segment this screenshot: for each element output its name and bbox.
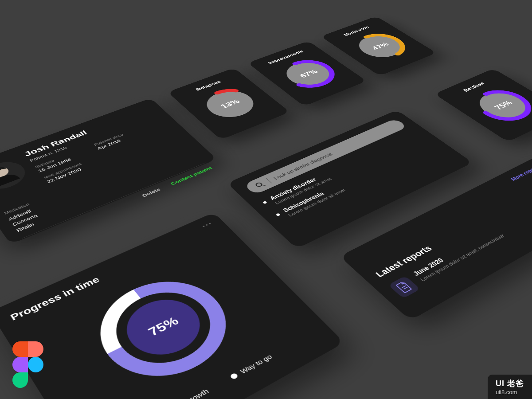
patient-card: Josh Randall Patient n. 1210 Birthdate 1… [0, 98, 217, 244]
separator [266, 178, 272, 183]
relapses-card: Relapses 13% [168, 68, 290, 140]
svg-point-10 [90, 273, 239, 387]
search-result[interactable]: Schizophrenia Lorem ipsum dolor sit amet [274, 141, 438, 221]
svg-point-12 [255, 182, 262, 187]
figma-logo-icon [12, 341, 43, 387]
svg-line-15 [404, 287, 407, 289]
restless-title: Restless [462, 81, 486, 93]
avatar [0, 157, 32, 194]
restless-card: Restless 75% [434, 68, 532, 142]
legend-dot [229, 372, 239, 379]
bullet-icon [276, 213, 281, 216]
progress-value: 75% [114, 290, 214, 366]
search-bar[interactable] [243, 118, 408, 195]
svg-line-13 [262, 184, 265, 186]
svg-point-11 [90, 273, 239, 387]
legend-item-growth: Mental growth [149, 387, 210, 399]
watermark: UI 老爸 uii8.com [488, 375, 532, 399]
bullet-icon [262, 201, 267, 204]
progress-card: ••• Progress in time 75% Mental growth W… [0, 212, 344, 399]
more-reports-button[interactable]: More reports › [509, 162, 532, 182]
legend-label: Way to go [239, 353, 274, 375]
search-icon [254, 180, 267, 189]
delete-button[interactable]: Delete [141, 187, 161, 198]
legend-item-waytogo: Way to go [228, 353, 274, 381]
watermark-brand: UI 老爸 [496, 378, 524, 389]
more-reports-label: More reports [509, 164, 532, 182]
svg-line-14 [402, 286, 406, 288]
watermark-url: uii8.com [496, 389, 524, 395]
document-icon [388, 276, 420, 298]
legend-label: Mental growth [160, 387, 210, 399]
